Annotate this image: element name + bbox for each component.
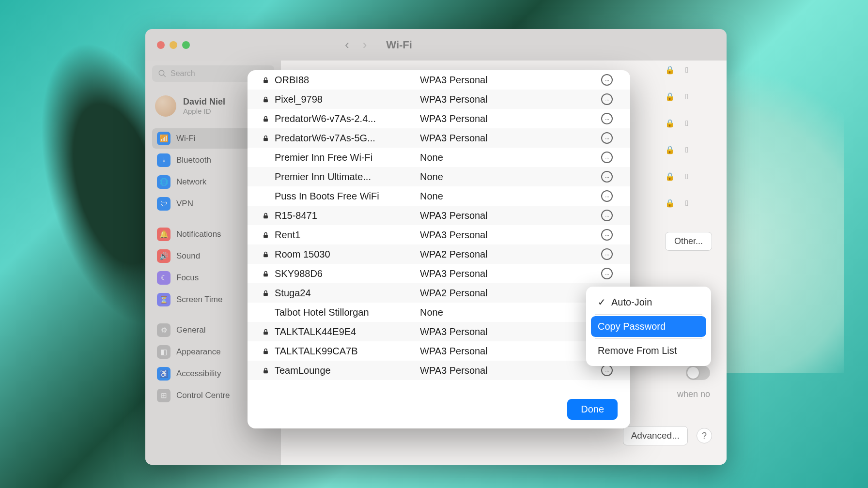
- sidebar-item-label: Screen Time: [176, 295, 222, 305]
- svg-point-0: [159, 70, 164, 76]
- maximize-button[interactable]: [182, 41, 190, 49]
- more-options-button[interactable]: ···: [601, 171, 613, 183]
- more-options-button[interactable]: ···: [601, 248, 613, 260]
- network-name: PredatorW6-v7As-5G...: [275, 133, 420, 144]
- sidebar-item-label: Accessibility: [176, 369, 221, 379]
- network-name: Premier Inn Free Wi-Fi: [275, 152, 420, 163]
- network-row[interactable]: Pixel_9798WPA3 Personal···: [248, 90, 630, 109]
- more-options-button[interactable]: ···: [601, 365, 613, 376]
- search-icon: [158, 69, 167, 78]
- svg-rect-3: [264, 99, 268, 102]
- known-networks-modal: ORBI88WPA3 Personal···Pixel_9798WPA3 Per…: [248, 70, 630, 428]
- help-button[interactable]: ?: [697, 428, 712, 443]
- lock-icon: [256, 251, 275, 258]
- network-security: None: [420, 171, 598, 183]
- lock-icon: [256, 76, 275, 84]
- more-options-button[interactable]: ···: [601, 152, 613, 163]
- network-name: SKY988D6: [275, 268, 420, 279]
- network-security: WPA3 Personal: [420, 133, 598, 144]
- network-row[interactable]: SKY988D6WPA3 Personal···: [248, 264, 630, 283]
- network-row[interactable]: PredatorW6-v7As-5G...WPA3 Personal···: [248, 128, 630, 148]
- network-name: ORBI88: [275, 75, 420, 86]
- net-icon: 🌐: [157, 175, 170, 189]
- back-button[interactable]: ‹: [345, 37, 349, 52]
- auto-join-toggle[interactable]: ✓ Auto-Join: [591, 291, 706, 313]
- copy-password-label: Copy Password: [598, 321, 666, 332]
- network-security: WPA3 Personal: [420, 210, 598, 221]
- network-row[interactable]: TALKTALK99CA7BWPA3 Personal: [248, 341, 630, 361]
- sidebar-item-label: General: [176, 325, 205, 335]
- network-row[interactable]: TeamLoungeWPA3 Personal···: [248, 361, 630, 380]
- more-options-button[interactable]: ···: [601, 210, 613, 221]
- sidebar-item-label: Sound: [176, 251, 200, 261]
- cc-icon: ⊞: [157, 389, 170, 402]
- network-row[interactable]: PredatorW6-v7As-2.4...WPA3 Personal···: [248, 109, 630, 128]
- svg-rect-4: [264, 118, 268, 121]
- when-no-text: when no: [677, 389, 710, 399]
- network-security: WPA3 Personal: [420, 365, 598, 376]
- network-security: WPA3 Personal: [420, 113, 598, 124]
- network-security: WPA3 Personal: [420, 229, 598, 241]
- forward-button[interactable]: ›: [363, 37, 367, 52]
- network-row[interactable]: Puss In Boots Free WiFiNone···: [248, 186, 630, 206]
- lock-icon: [256, 348, 275, 355]
- lock-icon: 🔒: [665, 65, 675, 75]
- network-security: WPA2 Personal: [420, 249, 598, 260]
- network-row[interactable]: Rent1WPA3 Personal···: [248, 225, 630, 244]
- network-security: WPA3 Personal: [420, 326, 598, 337]
- done-button[interactable]: Done: [567, 399, 618, 420]
- sidebar-item-label: VPN: [176, 199, 193, 209]
- network-row[interactable]: R15-8471WPA3 Personal···: [248, 206, 630, 225]
- titlebar: ‹ › Wi-Fi: [145, 29, 727, 61]
- more-options-button[interactable]: ···: [601, 268, 613, 279]
- check-icon: ✓: [598, 296, 606, 308]
- sidebar-item-label: Bluetooth: [176, 155, 211, 165]
- network-security: WPA3 Personal: [420, 94, 598, 105]
- network-row[interactable]: Room 15030WPA2 Personal···: [248, 244, 630, 264]
- network-row[interactable]: TALKTALK44E9E4WPA3 Personal: [248, 322, 630, 341]
- close-button[interactable]: [157, 41, 165, 49]
- network-name: Rent1: [275, 229, 420, 241]
- network-row[interactable]: Stuga24WPA2 Personal: [248, 283, 630, 303]
- snd-icon: 🔊: [157, 249, 170, 263]
- network-row[interactable]: Premier Inn Ultimate...None···: [248, 167, 630, 186]
- remove-label: Remove From List: [598, 345, 677, 356]
- network-row[interactable]: Premier Inn Free Wi-FiNone···: [248, 148, 630, 167]
- network-name: TALKTALK44E9E4: [275, 326, 420, 337]
- lock-icon: [256, 290, 275, 297]
- lock-icon: [256, 96, 275, 103]
- background-network-list: 🔒􀙇 🔒􀙇 🔒􀙇 🔒􀙇 🔒􀙇 🔒􀙇 Other...: [665, 65, 712, 251]
- network-context-menu: ✓ Auto-Join Copy Password Remove From Li…: [586, 287, 711, 366]
- app-icon: ◧: [157, 345, 170, 359]
- avatar: [155, 95, 176, 117]
- network-name: PredatorW6-v7As-2.4...: [275, 113, 420, 124]
- minimize-button[interactable]: [170, 41, 177, 49]
- more-options-button[interactable]: ···: [601, 93, 613, 105]
- moon-icon: ☾: [157, 271, 170, 285]
- sidebar-item-label: Control Centre: [176, 391, 230, 400]
- copy-password-item[interactable]: Copy Password: [591, 316, 706, 337]
- lock-icon: [256, 270, 275, 277]
- network-list[interactable]: ORBI88WPA3 Personal···Pixel_9798WPA3 Per…: [248, 70, 630, 390]
- network-security: None: [420, 191, 598, 202]
- network-name: Room 15030: [275, 249, 420, 260]
- more-options-button[interactable]: ···: [601, 190, 613, 202]
- more-options-button[interactable]: ···: [601, 74, 613, 86]
- advanced-button[interactable]: Advanced...: [623, 426, 688, 445]
- svg-rect-13: [264, 370, 268, 373]
- lock-icon: [256, 135, 275, 142]
- more-options-button[interactable]: ···: [601, 113, 613, 124]
- network-name: Premier Inn Ultimate...: [275, 171, 420, 183]
- svg-rect-2: [264, 79, 268, 82]
- remove-from-list-item[interactable]: Remove From List: [591, 340, 706, 361]
- other-button[interactable]: Other...: [665, 232, 712, 251]
- network-row[interactable]: ORBI88WPA3 Personal···: [248, 70, 630, 90]
- more-options-button[interactable]: ···: [601, 132, 613, 144]
- nav-arrows: ‹ ›: [345, 37, 367, 52]
- svg-rect-5: [264, 137, 268, 140]
- network-row[interactable]: Talbot Hotel StillorganNone: [248, 303, 630, 322]
- more-options-button[interactable]: ···: [601, 229, 613, 241]
- page-title: Wi-Fi: [386, 39, 412, 51]
- auto-join-label: Auto-Join: [611, 297, 652, 308]
- toggle-switch[interactable]: [686, 366, 710, 380]
